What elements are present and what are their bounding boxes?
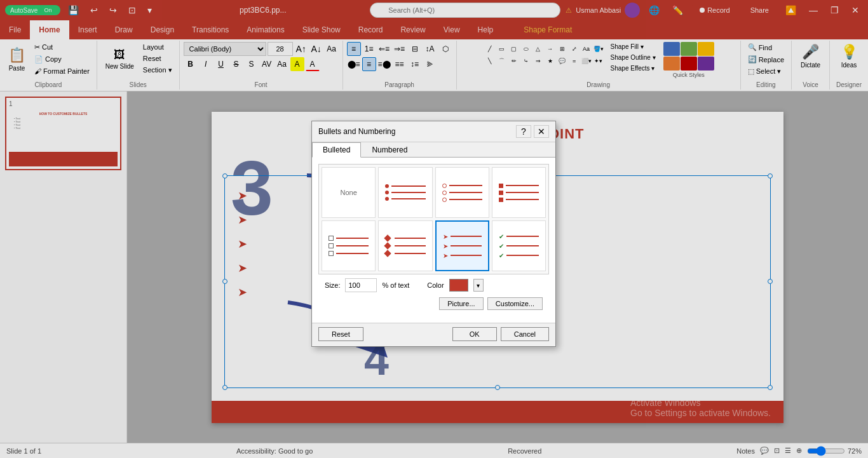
square-line-3: [499, 198, 539, 202]
arrow-sym-2: ➤: [443, 243, 448, 250]
c-line-bar-3: [449, 199, 482, 200]
dialog-content: None: [312, 158, 555, 323]
arrow-line-1: ➤: [443, 233, 482, 240]
cb-line-bar-2: [336, 245, 369, 246]
checkbox-3: [329, 251, 334, 256]
line-bar-2: [391, 192, 425, 193]
circle-2: [442, 191, 447, 195]
checkbox-line-2: [329, 243, 369, 248]
reset-button[interactable]: Reset: [318, 327, 363, 341]
sq-line-bar-2: [506, 192, 539, 193]
line-bar-3: [391, 198, 425, 199]
square-line-2: [499, 191, 539, 195]
bullet-circle-cell[interactable]: [435, 167, 489, 218]
diamond-2: [384, 242, 391, 249]
dm-line-bar-1: [395, 238, 425, 239]
checkmark-line-2: ✔: [499, 243, 539, 250]
square-2: [499, 191, 503, 195]
arrow-sym-1: ➤: [443, 233, 448, 240]
line-bar-1: [391, 185, 425, 187]
square-line-1: [499, 184, 539, 188]
circle-line-2: [442, 191, 482, 195]
ar-line-bar-3: [451, 255, 482, 256]
circle-lines: [440, 181, 485, 205]
tab-bulleted[interactable]: Bulleted: [312, 142, 361, 158]
dialog-title: Bullets and Numbering: [318, 127, 395, 136]
color-label: Color: [427, 281, 444, 289]
square-lines: [496, 181, 541, 205]
size-color-row: Size: % of text Color ▾: [325, 278, 543, 292]
diamond-line-1: [385, 236, 425, 241]
dialog-tabs: Bulleted Numbered: [312, 142, 555, 158]
ok-button[interactable]: OK: [452, 327, 497, 341]
check-sym-2: ✔: [499, 243, 504, 250]
bullet-style-grid: None: [318, 164, 549, 274]
bullet-none-cell[interactable]: None: [322, 167, 376, 218]
arrow-line-2: ➤: [443, 243, 482, 250]
tab-numbered[interactable]: Numbered: [361, 142, 418, 158]
sq-line-bar-3: [506, 199, 539, 200]
filled-dot-line-3: [385, 197, 425, 201]
dialog-overlay: Bullets and Numbering ? ✕ Bulleted Numbe…: [0, 0, 868, 458]
ar-line-bar-2: [451, 245, 482, 246]
bullet-none-label: None: [340, 189, 356, 196]
diamond-1: [384, 234, 391, 241]
sq-line-bar-1: [506, 185, 539, 186]
circle-line-1: [442, 184, 482, 188]
dm-line-bar-3: [395, 253, 425, 254]
dialog-help-button[interactable]: ?: [516, 125, 531, 138]
diamond-3: [384, 250, 391, 257]
bullets-numbering-dialog: Bullets and Numbering ? ✕ Bulleted Numbe…: [311, 121, 556, 347]
bullet-checkbox-cell[interactable]: [322, 220, 376, 271]
checkbox-2: [329, 243, 334, 248]
filled-dot-2: [385, 191, 389, 194]
arrow-lines: ➤ ➤ ➤: [440, 231, 484, 262]
size-input[interactable]: [345, 278, 377, 292]
filled-dot-line-1: [385, 184, 425, 188]
bullet-arrow-cell[interactable]: ➤ ➤ ➤: [435, 220, 489, 271]
ck-line-bar-1: [506, 236, 539, 237]
picture-button[interactable]: Picture...: [439, 297, 484, 310]
dialog-bottom-buttons: Reset OK Cancel: [312, 323, 555, 346]
color-swatch[interactable]: [449, 279, 468, 292]
action-buttons: Picture... Customize...: [325, 297, 543, 310]
circle-line-3: [442, 198, 482, 202]
arrow-sym-3: ➤: [443, 252, 448, 259]
ck-line-bar-2: [506, 245, 539, 246]
ck-line-bar-3: [506, 255, 539, 256]
bullet-filled-dot-cell[interactable]: [378, 167, 432, 218]
dialog-titlebar: Bullets and Numbering ? ✕: [312, 121, 555, 142]
checkbox-1: [329, 236, 334, 241]
bullet-diamond-cell[interactable]: [378, 220, 432, 271]
customize-button[interactable]: Customize...: [487, 297, 543, 310]
checkmark-line-3: ✔: [499, 252, 539, 259]
arrow-line-3: ➤: [443, 252, 482, 259]
dm-line-bar-2: [395, 245, 425, 246]
square-3: [499, 198, 503, 202]
checkbox-lines: [326, 233, 371, 259]
cb-line-bar-1: [336, 238, 369, 239]
dialog-controls: ? ✕: [516, 125, 549, 138]
color-dropdown-button[interactable]: ▾: [473, 279, 484, 292]
filled-dot-line-2: [385, 191, 425, 194]
circle-3: [442, 198, 447, 202]
dialog-close-button[interactable]: ✕: [534, 125, 549, 138]
diamond-line-3: [385, 251, 425, 256]
checkmark-line-1: ✔: [499, 233, 539, 240]
filled-dot-lines: [383, 182, 428, 203]
bullet-checkmark-cell[interactable]: ✔ ✔ ✔: [492, 220, 546, 271]
diamond-lines: [383, 233, 428, 259]
circle-1: [442, 184, 447, 188]
pct-label: % of text: [382, 281, 409, 289]
dialog-footer: Size: % of text Color ▾ Picture... Custo…: [318, 274, 549, 316]
cb-line-bar-3: [336, 253, 369, 254]
diamond-line-2: [385, 243, 425, 248]
filled-dot-3: [385, 197, 389, 201]
cancel-button[interactable]: Cancel: [501, 327, 549, 341]
bullet-square-cell[interactable]: [492, 167, 546, 218]
checkbox-line-3: [329, 251, 369, 256]
filled-dot-1: [385, 184, 389, 188]
checkbox-line-1: [329, 236, 369, 241]
c-line-bar-2: [449, 192, 482, 193]
square-1: [499, 184, 503, 188]
